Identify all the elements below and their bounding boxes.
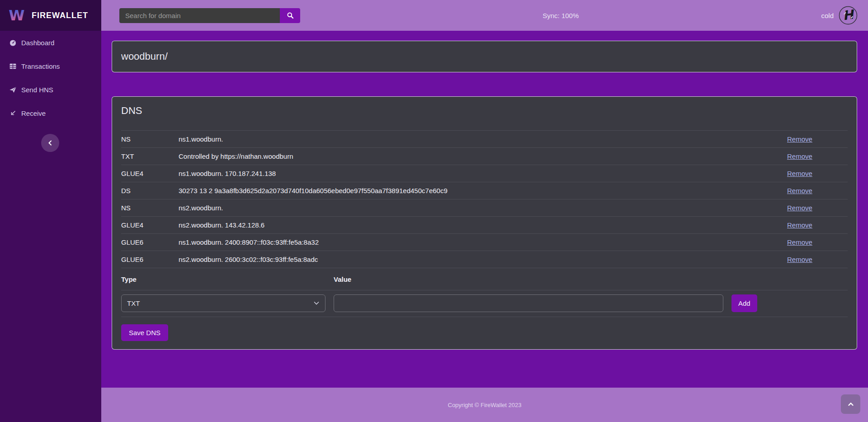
record-type: TXT (121, 148, 179, 165)
dns-record-row: NS ns1.woodburn. Remove (121, 131, 848, 148)
dns-records-body: NS ns1.woodburn. Remove TXT Controlled b… (121, 131, 848, 268)
dns-record-row: GLUE6 ns2.woodburn. 2600:3c02::f03c:93ff… (121, 251, 848, 268)
page-title: woodburn/ (121, 51, 168, 62)
dns-card: DNS NS ns1.woodburn. Remove TXT Co (112, 96, 857, 350)
save-dns-button[interactable]: Save DNS (121, 324, 168, 341)
wallet-name: cold (821, 12, 834, 19)
record-action-cell: Remove (787, 148, 848, 165)
record-value: ns1.woodburn. (179, 131, 787, 148)
record-value: Controlled by https://nathan.woodburn (179, 148, 787, 165)
brand-name: FIREWALLET (32, 11, 88, 20)
remove-record-link[interactable]: Remove (787, 238, 812, 246)
record-action-cell: Remove (787, 199, 848, 217)
sidebar-item-dashboard[interactable]: Dashboard (0, 31, 101, 54)
handshake-logo-icon: H (838, 5, 858, 25)
dns-record-row: GLUE6 ns1.woodburn. 2400:8907::f03c:93ff… (121, 234, 848, 251)
sidebar-collapse-button[interactable] (41, 134, 59, 152)
record-type-select[interactable]: TXT (121, 294, 326, 312)
record-action-cell: Remove (787, 165, 848, 182)
brand: W FIREWALLET (0, 0, 101, 31)
copyright-text: Copyright © FireWallet 2023 (448, 402, 522, 408)
dns-section-title: DNS (121, 105, 848, 117)
wallet-selector[interactable]: cold H (821, 5, 858, 25)
chevron-left-icon (47, 140, 53, 146)
sidebar: W FIREWALLET Dashboard (0, 0, 101, 422)
record-value: ns1.woodburn. 2400:8907::f03c:93ff:fe5a:… (179, 234, 787, 251)
domain-title-card: woodburn/ (112, 41, 857, 72)
record-type: DS (121, 182, 179, 199)
dns-record-row: GLUE4 ns2.woodburn. 143.42.128.6 Remove (121, 217, 848, 234)
type-column-label: Type (121, 275, 334, 283)
sidebar-item-receive[interactable]: Receive (0, 101, 101, 125)
dns-records-table: NS ns1.woodburn. Remove TXT Controlled b… (121, 130, 848, 268)
scroll-to-top-button[interactable] (841, 394, 860, 414)
sidebar-item-send-hns[interactable]: Send HNS (0, 78, 101, 101)
search-icon (287, 12, 294, 19)
sync-status: Sync: 100% (300, 12, 821, 19)
firewallet-w-logo-icon: W (7, 6, 26, 24)
record-value: ns2.woodburn. 2600:3c02::f03c:93ff:fe5a:… (179, 251, 787, 268)
record-type: NS (121, 131, 179, 148)
record-type: GLUE4 (121, 217, 179, 234)
main-area: woodburn/ DNS NS ns1.woodburn. Remove (101, 31, 868, 388)
transactions-table-icon (9, 62, 17, 70)
record-value-input[interactable] (334, 294, 723, 312)
record-type: GLUE6 (121, 234, 179, 251)
record-value: ns1.woodburn. 170.187.241.138 (179, 165, 787, 182)
chevron-up-icon (848, 401, 854, 408)
footer: Copyright © FireWallet 2023 (101, 388, 868, 422)
search-input[interactable] (119, 8, 280, 23)
record-action-cell: Remove (787, 131, 848, 148)
record-type-select-wrap: TXT (121, 294, 326, 312)
svg-text:H: H (842, 7, 855, 23)
dns-record-row: TXT Controlled by https://nathan.woodbur… (121, 148, 848, 165)
receive-arrow-icon (9, 109, 17, 117)
dns-record-row: GLUE4 ns1.woodburn. 170.187.241.138 Remo… (121, 165, 848, 182)
sidebar-nav: Dashboard Transactions Send HNS (0, 31, 101, 125)
record-action-cell: Remove (787, 251, 848, 268)
record-action-cell: Remove (787, 234, 848, 251)
dashboard-gauge-icon (9, 39, 17, 47)
record-value: 30273 13 2 9a3a8fb3d625d2a2073d740f10da6… (179, 182, 787, 199)
remove-record-link[interactable]: Remove (787, 187, 812, 194)
record-value: ns2.woodburn. (179, 199, 787, 217)
record-type: NS (121, 199, 179, 217)
remove-record-link[interactable]: Remove (787, 221, 812, 229)
add-record-row: TXT Add (121, 290, 848, 317)
top-bar: Sync: 100% cold H (101, 0, 868, 31)
sidebar-item-label: Send HNS (21, 86, 53, 94)
remove-record-link[interactable]: Remove (787, 135, 812, 143)
sidebar-item-label: Receive (21, 109, 46, 117)
svg-text:W: W (9, 7, 24, 24)
value-column-label: Value (334, 275, 351, 283)
sidebar-item-label: Transactions (21, 62, 60, 70)
search-button[interactable] (280, 8, 300, 23)
sidebar-item-transactions[interactable]: Transactions (0, 54, 101, 78)
domain-search (119, 8, 300, 23)
remove-record-link[interactable]: Remove (787, 152, 812, 160)
dns-record-row: NS ns2.woodburn. Remove (121, 199, 848, 217)
add-record-button[interactable]: Add (731, 294, 757, 312)
remove-record-link[interactable]: Remove (787, 204, 812, 212)
dns-record-row: DS 30273 13 2 9a3a8fb3d625d2a2073d740f10… (121, 182, 848, 199)
sidebar-item-label: Dashboard (21, 39, 54, 47)
record-value: ns2.woodburn. 143.42.128.6 (179, 217, 787, 234)
add-record-header: Type Value (121, 268, 848, 290)
remove-record-link[interactable]: Remove (787, 170, 812, 177)
content-column: Sync: 100% cold H woodburn/ DNS (101, 0, 868, 422)
send-paper-plane-icon (9, 86, 17, 94)
record-action-cell: Remove (787, 217, 848, 234)
record-type: GLUE6 (121, 251, 179, 268)
record-type: GLUE4 (121, 165, 179, 182)
record-action-cell: Remove (787, 182, 848, 199)
remove-record-link[interactable]: Remove (787, 256, 812, 263)
